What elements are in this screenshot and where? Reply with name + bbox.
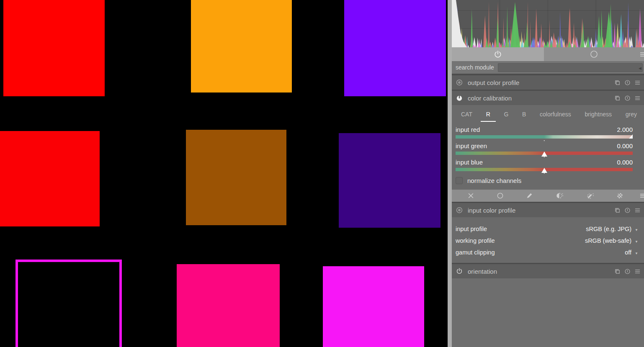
normalize-channels-checkbox[interactable]: normalize channels xyxy=(456,175,640,186)
input-red-slider[interactable]: input red 2.000 xyxy=(456,126,633,139)
left-arrow-icon[interactable] xyxy=(639,64,641,71)
color-swatch-pink-bottom-center xyxy=(177,264,280,347)
histogram-plot xyxy=(452,0,644,47)
color-calibration-sliders: input red 2.000 input green 0.000 input … xyxy=(452,123,644,171)
slider-value[interactable]: 0.000 xyxy=(617,142,633,149)
module-groups-toolbar xyxy=(452,47,644,61)
dropdown-value[interactable]: off xyxy=(625,249,631,256)
color-swatch-violet-top-right xyxy=(344,0,446,96)
reset-parameters-icon[interactable] xyxy=(624,95,631,101)
slider-track[interactable] xyxy=(456,152,633,155)
module-header-icons xyxy=(614,268,641,275)
duplicate-instance-icon[interactable] xyxy=(614,268,621,275)
slider-track[interactable] xyxy=(456,135,633,139)
slider-label: input green xyxy=(456,142,487,149)
power-on-icon xyxy=(456,94,463,102)
dropdown-label: gamut clipping xyxy=(456,249,625,256)
drawn-parametric-mask-icon[interactable] xyxy=(586,192,594,199)
reset-parameters-icon[interactable] xyxy=(624,268,631,275)
color-swatch-red-top-left xyxy=(3,0,105,96)
always-on-radio-icon xyxy=(456,206,463,214)
module-header-color-calibration[interactable]: color calibration xyxy=(452,91,644,105)
uniform-mask-icon[interactable] xyxy=(497,192,504,199)
module-group-favorites-button[interactable] xyxy=(544,47,644,61)
image-canvas[interactable] xyxy=(0,0,448,347)
input-green-slider[interactable]: input green 0.000 xyxy=(456,142,633,155)
right-panel: search module output color profile xyxy=(452,0,644,347)
tab-colorfulness[interactable]: colorfulness xyxy=(540,109,571,119)
parametric-mask-icon[interactable] xyxy=(556,192,564,199)
duplicate-instance-icon[interactable] xyxy=(614,95,621,101)
panel-empty-area xyxy=(452,278,644,347)
module-header-input-color-profile[interactable]: input color profile xyxy=(452,203,644,217)
slider-label: input red xyxy=(456,126,480,133)
dropdown-label: working profile xyxy=(456,237,585,244)
always-on-radio-icon xyxy=(456,79,463,86)
tab-cat[interactable]: CAT xyxy=(461,109,472,119)
search-module-row: search module xyxy=(452,61,644,74)
input-profile-dropdown[interactable]: input profile sRGB (e.g. JPG) xyxy=(456,223,638,235)
color-swatch-purple-mid-right xyxy=(339,133,440,227)
dropdown-value[interactable]: sRGB (e.g. JPG) xyxy=(586,226,631,232)
color-swatch-red-mid-left xyxy=(0,131,100,226)
module-title: orientation xyxy=(468,268,610,275)
tab-g[interactable]: G xyxy=(504,109,508,119)
color-swatch-orange-top-center xyxy=(191,0,292,93)
slider-value[interactable]: 2.000 xyxy=(617,126,633,133)
histogram[interactable] xyxy=(452,0,644,47)
color-swatch-magenta-bottom-right xyxy=(323,266,425,347)
module-header-icons xyxy=(614,95,641,101)
dropdown-value[interactable]: sRGB (web-safe) xyxy=(585,237,631,244)
color-calibration-body: CATRGBcolorfulnessbrightnessgrey input r… xyxy=(452,105,644,190)
slider-handle[interactable] xyxy=(541,152,547,157)
tab-brightness[interactable]: brightness xyxy=(585,109,612,119)
module-header-orientation[interactable]: orientation xyxy=(452,264,644,278)
slider-value[interactable]: 0.000 xyxy=(617,159,633,166)
mask-presets-menu-icon[interactable] xyxy=(639,190,644,202)
slider-label: input blue xyxy=(456,159,483,166)
slider-handle[interactable] xyxy=(629,134,633,139)
module-title: output color profile xyxy=(468,79,610,86)
search-module-input[interactable] xyxy=(498,63,643,72)
mask-off-icon[interactable] xyxy=(467,192,474,199)
checkbox-label: normalize channels xyxy=(467,177,521,184)
tab-r[interactable]: R xyxy=(486,109,490,119)
presets-menu-icon[interactable] xyxy=(634,207,641,213)
drawn-mask-icon[interactable] xyxy=(526,192,533,199)
module-title: input color profile xyxy=(468,207,610,214)
blend-mask-toolbar xyxy=(452,190,644,202)
raster-mask-icon[interactable] xyxy=(616,192,623,199)
dropdown-caret-icon[interactable] xyxy=(635,225,638,233)
working-profile-dropdown[interactable]: working profile sRGB (web-safe) xyxy=(456,235,638,247)
module-group-active-button[interactable] xyxy=(452,47,544,61)
gamut-clipping-dropdown[interactable]: gamut clipping off xyxy=(456,247,638,258)
panel-resize-handle[interactable] xyxy=(448,0,452,347)
circle-icon xyxy=(590,50,598,58)
reset-parameters-icon[interactable] xyxy=(624,207,631,213)
duplicate-instance-icon[interactable] xyxy=(614,207,621,213)
module-groups-menu-icon[interactable] xyxy=(639,47,644,61)
dropdown-caret-icon[interactable] xyxy=(635,249,638,256)
duplicate-instance-icon[interactable] xyxy=(614,80,621,86)
tab-b[interactable]: B xyxy=(522,109,526,119)
slider-handle[interactable] xyxy=(541,168,547,173)
presets-menu-icon[interactable] xyxy=(634,80,641,86)
presets-menu-icon[interactable] xyxy=(634,95,641,101)
search-module-label: search module xyxy=(456,64,494,71)
input-color-profile-body: input profile sRGB (e.g. JPG) working pr… xyxy=(452,217,644,263)
slider-zero-mark xyxy=(544,140,545,141)
color-swatch-magenta-outline-bottom-left xyxy=(15,260,122,347)
input-blue-slider[interactable]: input blue 0.000 xyxy=(456,159,633,171)
color-swatch-brown-mid-center xyxy=(186,130,287,225)
reset-parameters-icon[interactable] xyxy=(624,80,631,86)
checkbox-icon[interactable] xyxy=(456,177,463,184)
dropdown-caret-icon[interactable] xyxy=(635,237,638,244)
module-header-icons xyxy=(614,207,641,213)
module-header-output-color-profile[interactable]: output color profile xyxy=(452,75,644,90)
color-calibration-tabs: CATRGBcolorfulnessbrightnessgrey xyxy=(452,105,644,123)
module-title: color calibration xyxy=(468,95,610,102)
module-header-icons xyxy=(614,80,641,86)
slider-track[interactable] xyxy=(456,168,633,171)
presets-menu-icon[interactable] xyxy=(634,268,641,275)
tab-grey[interactable]: grey xyxy=(626,109,637,119)
